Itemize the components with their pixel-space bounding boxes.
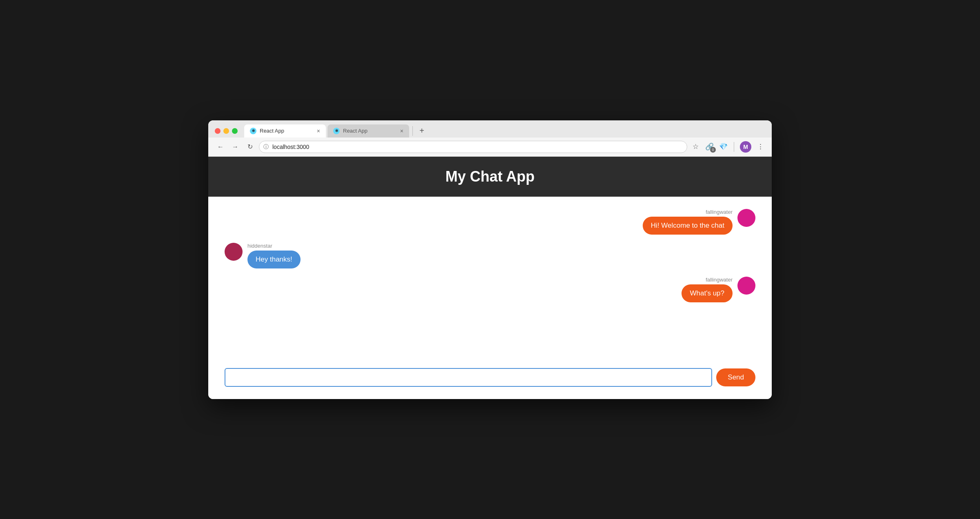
message-content: hiddenstarHey thanks! xyxy=(247,243,301,268)
forward-icon: → xyxy=(232,143,238,151)
message-bubble: Hey thanks! xyxy=(247,251,301,268)
app-container: My Chat App fallingwaterHi! Welcome to t… xyxy=(208,157,772,399)
maximize-window-button[interactable] xyxy=(232,128,238,134)
message-username: hiddenstar xyxy=(247,243,301,249)
browser-titlebar: ⚛ React App × ⚛ React App × + xyxy=(208,120,772,138)
refresh-button[interactable]: ↻ xyxy=(244,141,256,153)
close-window-button[interactable] xyxy=(215,128,220,134)
star-icon: ☆ xyxy=(693,142,699,151)
send-button[interactable]: Send xyxy=(716,368,755,386)
browser-tab-2[interactable]: ⚛ React App × xyxy=(327,124,409,138)
crystal-icon: 💎 xyxy=(719,142,728,151)
more-icon: ⋮ xyxy=(757,142,764,151)
crystal-extension-button[interactable]: 💎 xyxy=(718,142,728,152)
message-row: hiddenstarHey thanks! xyxy=(225,243,755,268)
message-avatar xyxy=(225,243,243,261)
tab-title-1: React App xyxy=(260,128,314,134)
refresh-icon: ↻ xyxy=(247,143,253,151)
new-tab-button[interactable]: + xyxy=(416,125,428,137)
input-row: Send xyxy=(208,360,772,399)
address-bar[interactable]: ⓘ localhost:3000 xyxy=(259,141,687,153)
message-bubble: Hi! Welcome to the chat xyxy=(643,217,733,235)
tab-close-1[interactable]: × xyxy=(317,128,320,134)
toolbar-separator xyxy=(734,142,734,152)
star-button[interactable]: ☆ xyxy=(690,142,700,152)
window-controls xyxy=(215,128,238,134)
back-icon: ← xyxy=(217,143,224,151)
tab-favicon-1: ⚛ xyxy=(250,128,256,134)
tab-close-2[interactable]: × xyxy=(400,128,403,134)
message-username: fallingwater xyxy=(706,277,733,283)
extension-button[interactable]: 🔗 0 xyxy=(704,142,714,152)
minimize-window-button[interactable] xyxy=(223,128,229,134)
user-avatar[interactable]: M xyxy=(740,141,751,153)
browser-tabs-row: ⚛ React App × ⚛ React App × + xyxy=(215,124,765,138)
message-avatar xyxy=(737,277,755,295)
back-button[interactable]: ← xyxy=(215,141,226,153)
message-content: fallingwaterHi! Welcome to the chat xyxy=(643,209,733,235)
browser-window: ⚛ React App × ⚛ React App × + ← → ↻ xyxy=(208,120,772,399)
new-tab-icon: + xyxy=(419,126,424,135)
forward-button[interactable]: → xyxy=(229,141,241,153)
app-title: My Chat App xyxy=(220,168,760,185)
extension-badge-count: 0 xyxy=(710,147,716,153)
tab-separator xyxy=(412,126,413,136)
browser-tab-1[interactable]: ⚛ React App × xyxy=(244,124,326,138)
info-icon: ⓘ xyxy=(263,143,269,151)
toolbar-right: ☆ 🔗 0 💎 M ⋮ xyxy=(690,141,765,153)
message-bubble: What's up? xyxy=(682,284,733,302)
app-header: My Chat App xyxy=(208,157,772,197)
message-username: fallingwater xyxy=(706,209,733,215)
more-button[interactable]: ⋮ xyxy=(755,142,765,152)
message-input[interactable] xyxy=(225,368,712,387)
message-content: fallingwaterWhat's up? xyxy=(682,277,733,302)
chat-area: fallingwaterHi! Welcome to the chathidde… xyxy=(208,197,772,360)
message-row: fallingwaterWhat's up? xyxy=(225,277,755,302)
message-row: fallingwaterHi! Welcome to the chat xyxy=(225,209,755,235)
address-text: localhost:3000 xyxy=(272,144,309,150)
browser-toolbar: ← → ↻ ⓘ localhost:3000 ☆ 🔗 0 💎 M xyxy=(208,138,772,157)
tab-favicon-2: ⚛ xyxy=(333,128,340,134)
message-avatar xyxy=(737,209,755,227)
tab-title-2: React App xyxy=(343,128,397,134)
